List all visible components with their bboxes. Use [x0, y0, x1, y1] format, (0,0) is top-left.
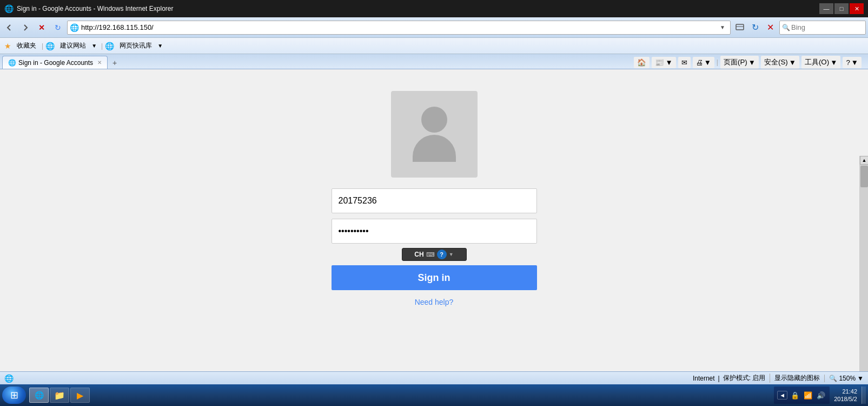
help-icon: ?: [846, 58, 850, 67]
minimize-button[interactable]: —: [819, 3, 833, 14]
clock-area[interactable]: 21:42 2018/5/2: [831, 388, 860, 403]
title-bar: 🌐 Sign in - Google Accounts - Windows In…: [0, 0, 868, 17]
svg-rect-0: [736, 24, 744, 30]
ime-toolbar: CH ⌨ ? ▼: [402, 248, 467, 261]
ime-help-label: ?: [440, 251, 443, 258]
suggested-sites-item[interactable]: 建议网站: [57, 40, 89, 51]
mail-icon: ✉: [681, 58, 687, 67]
system-tray: ◄ 🔒 📶 🔊: [774, 387, 830, 404]
ime-keyboard-icon[interactable]: ⌨: [426, 251, 435, 258]
avatar-container: [391, 91, 478, 178]
signin-button-label: Sign in: [418, 272, 450, 283]
address-input[interactable]: [81, 23, 717, 31]
star-icon: ★: [4, 42, 11, 50]
start-button[interactable]: ⊞: [2, 387, 26, 404]
ime-lang-label: CH: [414, 251, 423, 258]
compat-view-button[interactable]: [733, 21, 747, 35]
page-dropdown-icon: ▼: [748, 58, 756, 67]
tray-security-icon[interactable]: 🔒: [790, 391, 800, 400]
separator-1: |: [42, 42, 43, 50]
address-dropdown-button[interactable]: ▼: [717, 21, 728, 34]
mail-button[interactable]: ✉: [678, 57, 691, 68]
new-tab-button[interactable]: +: [109, 57, 121, 69]
bookmarks-item[interactable]: 收藏夹: [14, 40, 39, 51]
pipe-separator: |: [718, 375, 720, 382]
feed-button[interactable]: 📰 ▼: [652, 57, 675, 68]
address-bar-container: 🌐 ▼: [67, 21, 731, 35]
tools-dropdown-icon: ▼: [830, 58, 837, 67]
username-input[interactable]: [332, 188, 537, 213]
refresh-button[interactable]: ↻: [51, 21, 65, 35]
show-desktop-button[interactable]: [862, 387, 866, 404]
taskbar-ie-icon: 🌐: [34, 390, 44, 400]
clock-time: 21:42: [842, 388, 857, 395]
title-bar-icon: 🌐: [4, 4, 14, 13]
taskbar-explorer-icon: 📁: [55, 390, 64, 400]
status-zoom[interactable]: 🔍 150% ▼: [824, 375, 864, 382]
suggested-sites-label: 建议网站: [60, 41, 86, 50]
password-input[interactable]: [332, 219, 537, 244]
address-icon: 🌐: [70, 23, 79, 32]
taskbar-ie-item[interactable]: 🌐: [29, 388, 49, 403]
maximize-button[interactable]: □: [834, 3, 849, 14]
help-button[interactable]: ? ▼: [843, 57, 862, 68]
reload-button[interactable]: ↻: [748, 21, 762, 35]
tray-volume-icon[interactable]: 🔊: [816, 391, 826, 400]
signin-button[interactable]: Sign in: [332, 265, 537, 290]
print-icon: 🖨: [696, 58, 703, 67]
need-help-label: Need help?: [415, 298, 454, 306]
search-input[interactable]: [791, 23, 868, 31]
clock-date: 2018/5/2: [834, 395, 857, 403]
home-button[interactable]: 🏠: [634, 57, 650, 68]
stop-button[interactable]: ✕: [35, 21, 49, 35]
search-bar: 🔍 ▼ 🔍: [779, 21, 866, 35]
need-help-link[interactable]: Need help?: [415, 298, 454, 306]
tab-1-close[interactable]: ✕: [97, 60, 102, 66]
web-slice-item[interactable]: 网页快讯库: [116, 40, 155, 51]
tab-1[interactable]: 🌐 Sign in - Google Accounts ✕: [2, 56, 108, 69]
page-label: 页面(P): [724, 57, 747, 67]
windows-icon: ⊞: [10, 389, 18, 401]
ime-help-button[interactable]: ?: [437, 250, 447, 259]
status-internet: Internet | 保护模式: 启用: [693, 374, 766, 383]
dropdown-2[interactable]: ▼: [157, 43, 163, 49]
scroll-up-button[interactable]: ▲: [860, 156, 868, 165]
safety-dropdown-icon: ▼: [789, 58, 796, 67]
favorites-bar: ★ 收藏夹 | 🌐 建议网站 ▼ | 🌐 网页快讯库 ▼: [0, 38, 868, 54]
home-icon: 🏠: [637, 58, 646, 67]
page-menu[interactable]: 页面(P) ▼: [720, 56, 759, 69]
print-button[interactable]: 🖨 ▼: [693, 57, 714, 68]
bookmarks-label: 收藏夹: [17, 41, 36, 50]
safety-label: 安全(S): [764, 57, 788, 67]
nav-bar: ✕ ↻ 🌐 ▼ ↻ ✕ 🔍 ▼ 🔍: [0, 17, 868, 38]
safety-menu[interactable]: 安全(S) ▼: [761, 56, 799, 69]
forward-button[interactable]: [18, 21, 32, 35]
status-hidden-icons[interactable]: 显示隐藏的图标: [770, 374, 820, 383]
show-hidden-icon: ◄: [779, 392, 785, 398]
tray-network-icon[interactable]: 📶: [803, 391, 813, 400]
ime-dropdown-icon[interactable]: ▼: [449, 252, 454, 257]
tab-1-label: Sign in - Google Accounts: [18, 59, 93, 67]
close-button[interactable]: ✕: [850, 3, 864, 14]
scrollbar[interactable]: ▲ ▼: [859, 156, 868, 384]
status-globe-icon: 🌐: [4, 374, 14, 383]
taskbar-media-item[interactable]: ▶: [70, 388, 90, 403]
taskbar: ⊞ 🌐 📁 ▶ ◄ 🔒 📶 🔊 21:42 2018/5/2: [0, 384, 868, 406]
dropdown-1[interactable]: ▼: [91, 43, 97, 49]
help-dropdown-icon: ▼: [851, 58, 858, 67]
avatar-figure: [413, 107, 456, 162]
show-hidden-label: 显示隐藏的图标: [774, 374, 820, 383]
scroll-track[interactable]: [860, 165, 868, 376]
page-content: CH ⌨ ? ▼ Sign in Need help? ▲ ▼: [0, 69, 868, 406]
avatar-head: [421, 107, 447, 133]
tray-show-hidden[interactable]: ◄: [777, 391, 787, 400]
tools-label: 工具(O): [805, 57, 829, 67]
scroll-thumb[interactable]: [860, 166, 868, 187]
stop-x-button[interactable]: ✕: [763, 21, 777, 35]
back-button[interactable]: [2, 21, 16, 35]
taskbar-explorer-item[interactable]: 📁: [50, 388, 69, 403]
zoom-dropdown-icon: ▼: [857, 375, 864, 382]
avatar-body: [413, 135, 456, 162]
tools-menu[interactable]: 工具(O) ▼: [801, 56, 840, 69]
tab-1-icon: 🌐: [8, 59, 16, 67]
